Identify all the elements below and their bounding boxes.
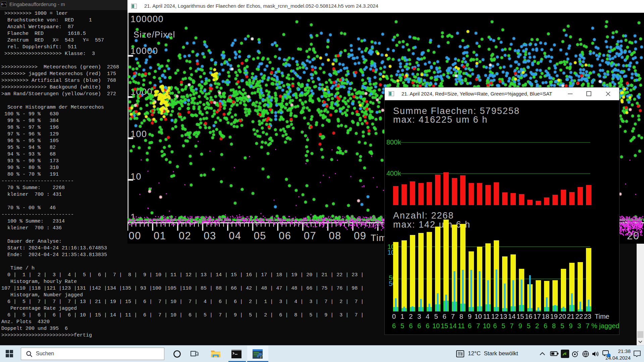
svg-text:100: 100: [130, 129, 147, 139]
svg-text:800k: 800k: [386, 138, 401, 146]
svg-text:6: 6: [392, 322, 396, 329]
svg-text:18: 18: [542, 313, 549, 320]
svg-text:6: 6: [544, 322, 547, 329]
svg-text:20: 20: [558, 313, 566, 320]
svg-text:3: 3: [417, 313, 421, 320]
svg-text:08: 08: [329, 230, 341, 242]
svg-text:10: 10: [474, 313, 482, 320]
svg-text:5: 5: [527, 322, 531, 329]
svg-text:6: 6: [417, 322, 421, 329]
svg-text:6: 6: [409, 322, 413, 329]
svg-text:4: 4: [426, 313, 429, 320]
svg-text:7: 7: [510, 322, 514, 329]
svg-text:15: 15: [517, 313, 524, 320]
svg-text:12: 12: [491, 313, 499, 320]
svg-text:7: 7: [586, 322, 589, 329]
svg-text:04: 04: [229, 230, 241, 242]
svg-text:21: 21: [567, 313, 574, 320]
svg-text:23: 23: [584, 313, 591, 320]
svg-text:max: 416225 um 6 h: max: 416225 um 6 h: [393, 115, 488, 125]
svg-text:5: 5: [501, 322, 505, 329]
svg-text:Size/Pixel: Size/Pixel: [133, 30, 175, 39]
svg-text:% jagged: % jagged: [591, 322, 619, 329]
svg-text:10: 10: [483, 322, 490, 329]
svg-text:7: 7: [451, 313, 455, 320]
svg-text:02: 02: [179, 230, 191, 242]
svg-text:01: 01: [154, 230, 166, 242]
svg-text:1: 1: [400, 313, 404, 320]
svg-text:19: 19: [550, 313, 557, 320]
svg-text:07: 07: [304, 230, 316, 242]
svg-text:13: 13: [500, 313, 507, 320]
svg-text:14: 14: [449, 322, 457, 329]
svg-text:11: 11: [458, 322, 465, 329]
svg-text:100000: 100000: [130, 14, 164, 24]
svg-text:09: 09: [354, 230, 366, 242]
svg-text:9: 9: [569, 322, 573, 329]
svg-text:2: 2: [409, 313, 413, 320]
svg-text:6: 6: [493, 322, 497, 329]
svg-text:06: 06: [279, 230, 291, 242]
svg-text:9: 9: [518, 322, 522, 329]
svg-text:6: 6: [426, 322, 429, 329]
svg-text:15: 15: [441, 322, 448, 329]
svg-text:max: 142 um 6 h: max: 142 um 6 h: [393, 220, 471, 230]
svg-text:5: 5: [400, 322, 404, 329]
svg-text:8: 8: [552, 322, 556, 329]
svg-text:5: 5: [434, 313, 438, 320]
svg-text:Anzahl: 2268: Anzahl: 2268: [393, 210, 454, 221]
svg-text:14: 14: [508, 313, 516, 320]
svg-text:8: 8: [460, 313, 463, 320]
svg-text:3: 3: [577, 322, 581, 329]
svg-text:22: 22: [576, 313, 583, 320]
svg-text:7: 7: [476, 322, 480, 329]
svg-text:17: 17: [533, 313, 541, 320]
svg-text:10: 10: [432, 322, 440, 329]
svg-text:10: 10: [130, 172, 142, 182]
svg-text:6: 6: [468, 322, 472, 329]
svg-text:16: 16: [525, 313, 532, 320]
svg-text:11: 11: [483, 313, 490, 320]
svg-text:5: 5: [560, 322, 564, 329]
svg-text:00: 00: [129, 230, 141, 242]
svg-text:6: 6: [443, 313, 446, 320]
svg-text:9: 9: [468, 313, 472, 320]
svg-text:Time: Time: [595, 313, 609, 320]
svg-text:0: 0: [392, 313, 396, 320]
svg-text:03: 03: [204, 230, 216, 242]
svg-text:05: 05: [254, 230, 266, 242]
svg-text:400k: 400k: [386, 170, 401, 177]
svg-text:2: 2: [535, 322, 539, 329]
